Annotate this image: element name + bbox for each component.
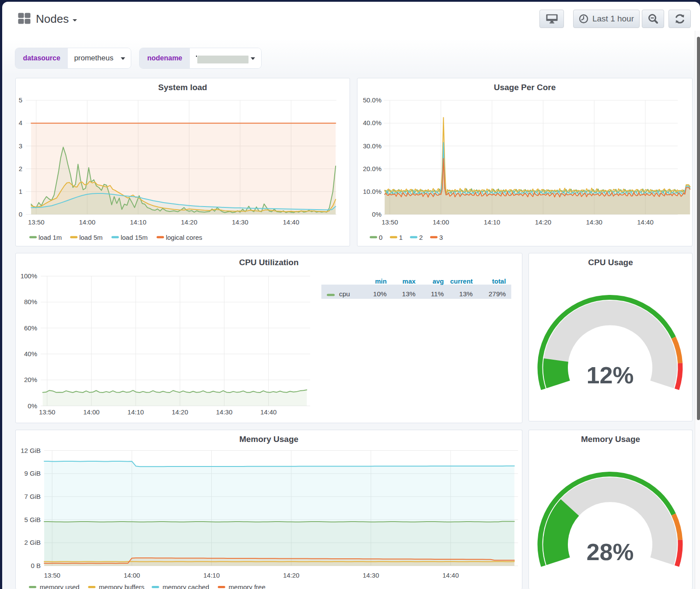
svg-text:14:10: 14:10 — [484, 218, 500, 226]
svg-text:5: 5 — [19, 96, 22, 104]
svg-text:avg: avg — [433, 277, 444, 285]
svg-text:logical cores: logical cores — [166, 234, 202, 241]
svg-text:279%: 279% — [489, 290, 506, 298]
svg-text:14:20: 14:20 — [283, 571, 300, 579]
svg-text:total: total — [492, 277, 506, 285]
svg-text:13:50: 13:50 — [39, 408, 56, 416]
svg-text:30.0%: 30.0% — [363, 142, 382, 150]
svg-text:14:20: 14:20 — [181, 218, 198, 226]
svg-text:memory used: memory used — [40, 583, 80, 589]
svg-text:0: 0 — [379, 234, 382, 241]
svg-text:14:00: 14:00 — [124, 571, 140, 579]
svg-text:14:20: 14:20 — [172, 408, 189, 416]
svg-text:50.0%: 50.0% — [363, 96, 382, 104]
svg-text:2: 2 — [19, 165, 22, 172]
svg-text:load 5m: load 5m — [79, 234, 102, 241]
svg-text:13%: 13% — [459, 290, 473, 298]
svg-text:14:30: 14:30 — [363, 571, 379, 579]
svg-text:14:10: 14:10 — [130, 218, 147, 226]
svg-text:20%: 20% — [24, 376, 37, 383]
svg-text:3: 3 — [19, 142, 22, 150]
svg-text:40%: 40% — [24, 350, 37, 358]
svg-text:memory buffers: memory buffers — [99, 583, 144, 589]
svg-text:12 GiB: 12 GiB — [21, 447, 41, 454]
svg-text:40.0%: 40.0% — [363, 119, 382, 126]
svg-text:14:00: 14:00 — [79, 218, 96, 226]
svg-text:10%: 10% — [373, 290, 387, 298]
svg-text:14:10: 14:10 — [127, 408, 144, 416]
svg-text:memory cached: memory cached — [163, 583, 210, 589]
svg-text:1: 1 — [399, 234, 402, 241]
svg-text:100%: 100% — [21, 272, 37, 280]
svg-text:14:40: 14:40 — [442, 571, 459, 579]
svg-text:14:40: 14:40 — [637, 218, 654, 226]
svg-text:max: max — [402, 277, 416, 285]
svg-text:0%: 0% — [28, 402, 37, 410]
svg-text:0%: 0% — [372, 210, 382, 218]
svg-text:2: 2 — [419, 234, 423, 241]
svg-text:current: current — [450, 277, 473, 285]
svg-text:14:10: 14:10 — [203, 571, 220, 579]
svg-text:14:00: 14:00 — [83, 408, 100, 416]
svg-text:14:30: 14:30 — [216, 408, 233, 416]
svg-text:load 15m: load 15m — [121, 234, 148, 241]
svg-text:7 GiB: 7 GiB — [24, 493, 41, 500]
svg-text:9 GiB: 9 GiB — [24, 470, 41, 477]
svg-text:14:40: 14:40 — [260, 408, 277, 416]
svg-text:3: 3 — [439, 234, 443, 241]
svg-text:1: 1 — [19, 188, 22, 195]
svg-text:60%: 60% — [24, 324, 37, 332]
svg-text:14:30: 14:30 — [586, 218, 602, 226]
svg-text:0: 0 — [19, 210, 22, 218]
svg-text:12%: 12% — [586, 362, 634, 388]
svg-text:cpu: cpu — [339, 290, 350, 298]
svg-text:80%: 80% — [24, 298, 37, 305]
svg-text:load 1m: load 1m — [38, 234, 62, 241]
svg-text:14:40: 14:40 — [283, 218, 300, 226]
svg-text:28%: 28% — [586, 539, 634, 565]
svg-text:13:50: 13:50 — [28, 218, 45, 226]
svg-text:13:50: 13:50 — [382, 218, 398, 226]
svg-text:0 B: 0 B — [31, 562, 41, 569]
svg-text:11%: 11% — [431, 290, 444, 298]
svg-text:4: 4 — [19, 119, 22, 126]
svg-text:2 GiB: 2 GiB — [24, 539, 41, 546]
svg-text:10.0%: 10.0% — [363, 188, 382, 195]
svg-text:5 GiB: 5 GiB — [24, 516, 41, 523]
svg-text:13:50: 13:50 — [44, 571, 60, 579]
svg-text:min: min — [375, 277, 387, 285]
svg-text:14:00: 14:00 — [433, 218, 449, 226]
svg-text:14:30: 14:30 — [232, 218, 248, 226]
svg-text:13%: 13% — [402, 290, 416, 298]
svg-text:14:20: 14:20 — [535, 218, 552, 226]
svg-text:memory free: memory free — [229, 583, 266, 589]
svg-text:20.0%: 20.0% — [363, 165, 382, 172]
